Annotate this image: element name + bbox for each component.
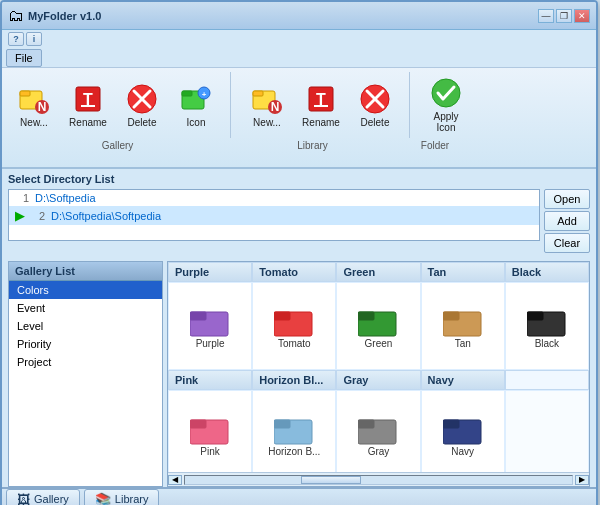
open-button[interactable]: Open (544, 189, 590, 209)
pink-header: Pink (168, 370, 252, 390)
svg-rect-32 (443, 312, 459, 320)
gallery-delete-button[interactable]: Delete (116, 76, 168, 134)
menu-file[interactable]: File (6, 49, 42, 67)
svg-rect-42 (443, 420, 459, 428)
purple-header: Purple (168, 262, 252, 282)
icon-purple[interactable]: Purple (168, 282, 252, 370)
scroll-right-button[interactable]: ▶ (575, 475, 589, 485)
gallery-toolbar-group: N New... T Rename (8, 72, 231, 138)
apply-icon-label: Apply Icon (423, 111, 469, 133)
gallery-new-button[interactable]: N New... (8, 76, 60, 134)
application-window: 🗂 MyFolder v1.0 — ❐ ✕ ? i File (0, 0, 598, 505)
info-button[interactable]: i (26, 32, 42, 46)
apply-icon-button[interactable]: Apply Icon (420, 72, 472, 138)
library-delete-label: Delete (361, 117, 390, 128)
library-rename-label: Rename (302, 117, 340, 128)
title-bar: 🗂 MyFolder v1.0 — ❐ ✕ (2, 2, 596, 30)
scrollbar-track[interactable] (184, 475, 573, 485)
gray-header: Gray (336, 370, 420, 390)
svg-rect-6 (81, 105, 95, 107)
tan-header: Tan (421, 262, 505, 282)
navy-header: Navy (421, 370, 505, 390)
dir-item-2[interactable]: ▶ 2 D:\Softpedia\Softpedia (9, 206, 539, 225)
folder-group-label: Folder (400, 140, 470, 151)
help-button[interactable]: ? (8, 32, 24, 46)
library-tab[interactable]: 📚 Library (84, 489, 160, 505)
gallery-item-colors[interactable]: Colors (9, 281, 162, 299)
icon-navy[interactable]: Navy (421, 390, 505, 472)
gallery-item-project[interactable]: Project (9, 353, 162, 371)
svg-rect-11 (182, 91, 192, 96)
icon-grid-container: Purple Tomato Green Tan Black Purple (167, 261, 590, 487)
gallery-list-panel: Gallery List Colors Event Level Priority… (8, 261, 163, 487)
icon-black[interactable]: Black (505, 282, 589, 370)
menu-bar: File (2, 48, 596, 68)
library-toolbar-group: N New... T Rename (233, 72, 410, 138)
svg-rect-1 (20, 91, 30, 96)
minimize-button[interactable]: — (538, 9, 554, 23)
icon-green[interactable]: Green (336, 282, 420, 370)
gallery-tab-label: Gallery (34, 493, 69, 505)
svg-rect-20 (314, 105, 328, 107)
svg-rect-40 (358, 420, 374, 428)
library-tab-label: Library (115, 493, 149, 505)
icon-gray[interactable]: Gray (336, 390, 420, 472)
title-bar-left: 🗂 MyFolder v1.0 (8, 7, 101, 25)
library-delete-button[interactable]: Delete (349, 76, 401, 134)
directory-title: Select Directory List (8, 173, 590, 185)
gallery-item-event[interactable]: Event (9, 299, 162, 317)
icon-tan[interactable]: Tan (421, 282, 505, 370)
library-rename-button[interactable]: T Rename (295, 76, 347, 134)
library-tab-icon: 📚 (95, 492, 111, 506)
gallery-new-label: New... (20, 117, 48, 128)
svg-rect-15 (253, 91, 263, 96)
gallery-tab[interactable]: 🖼 Gallery (6, 489, 80, 505)
svg-text:+: + (202, 90, 207, 99)
folder-toolbar-group: Apply Icon (412, 72, 480, 138)
gallery-item-level[interactable]: Level (9, 317, 162, 335)
icon-scrollbar[interactable]: ◀ ▶ (168, 472, 589, 486)
svg-rect-38 (274, 420, 290, 428)
directory-content: 1 D:\Softpedia ▶ 2 D:\Softpedia\Softpedi… (8, 189, 590, 253)
gallery-delete-label: Delete (128, 117, 157, 128)
icon-tomato[interactable]: Tomato (252, 282, 336, 370)
gallery-rename-label: Rename (69, 117, 107, 128)
bottom-tabs: 🖼 Gallery 📚 Library (2, 487, 596, 505)
gallery-icon-label: Icon (187, 117, 206, 128)
library-group-label: Library (225, 140, 400, 151)
empty-header (505, 370, 589, 390)
library-new-button[interactable]: N New... (241, 76, 293, 134)
close-button[interactable]: ✕ (574, 9, 590, 23)
scroll-left-button[interactable]: ◀ (168, 475, 182, 485)
directory-section: Select Directory List 1 D:\Softpedia ▶ 2… (2, 169, 596, 257)
scrollbar-thumb[interactable] (301, 476, 361, 484)
directory-list[interactable]: 1 D:\Softpedia ▶ 2 D:\Softpedia\Softpedi… (8, 189, 540, 241)
icon-empty (505, 390, 589, 472)
window-title: MyFolder v1.0 (28, 10, 101, 22)
gallery-icon-button[interactable]: + Icon (170, 76, 222, 134)
svg-rect-34 (527, 312, 543, 320)
black-header: Black (505, 262, 589, 282)
gallery-rename-button[interactable]: T Rename (62, 76, 114, 134)
library-new-label: New... (253, 117, 281, 128)
title-controls: — ❐ ✕ (538, 9, 590, 23)
dir-item-1[interactable]: 1 D:\Softpedia (9, 190, 539, 206)
gallery-item-priority[interactable]: Priority (9, 335, 162, 353)
tomato-header: Tomato (252, 262, 336, 282)
svg-rect-36 (190, 420, 206, 428)
green-header: Green (336, 262, 420, 282)
main-area: Gallery List Colors Event Level Priority… (2, 257, 596, 487)
svg-rect-30 (358, 312, 374, 320)
directory-buttons: Open Add Clear (544, 189, 590, 253)
gallery-list-title: Gallery List (9, 262, 162, 281)
svg-rect-26 (190, 312, 206, 320)
add-button[interactable]: Add (544, 211, 590, 231)
svg-text:N: N (38, 100, 47, 114)
clear-button[interactable]: Clear (544, 233, 590, 253)
svg-text:N: N (271, 100, 280, 114)
icon-horizon-blue[interactable]: Horizon B... (252, 390, 336, 472)
icon-pink[interactable]: Pink (168, 390, 252, 472)
icon-grid: Purple Tomato Green Tan Black Purple (168, 262, 589, 472)
restore-button[interactable]: ❐ (556, 9, 572, 23)
help-row: ? i (2, 30, 596, 48)
